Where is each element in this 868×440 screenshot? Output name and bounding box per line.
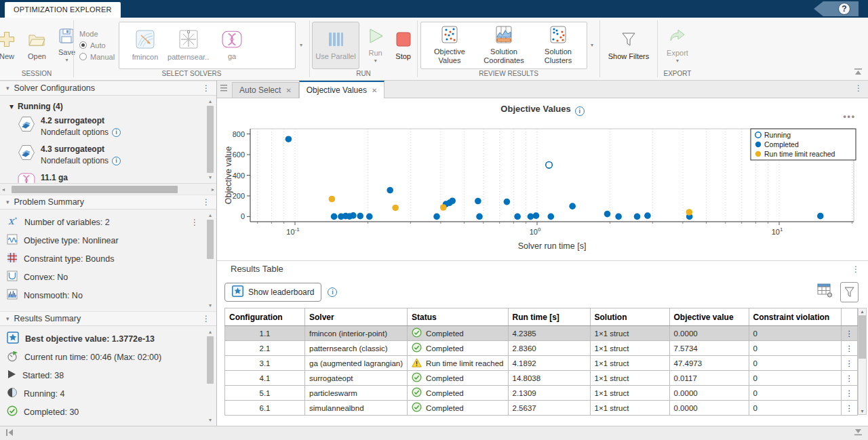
svg-text:10-1: 10-1 xyxy=(286,226,300,236)
run-dropdown-arrow[interactable]: ▾ xyxy=(374,59,377,63)
problem-summary-item[interactable]: Nonsmooth: No xyxy=(0,286,216,304)
problem-summary-header[interactable]: ▾ Problem Summary ⋮ xyxy=(0,195,216,209)
problem-summary-item[interactable]: Convex: No xyxy=(0,268,216,286)
run-button[interactable]: Run ▾ xyxy=(363,25,388,65)
show-leaderboard-button[interactable]: Show leaderboard xyxy=(224,283,321,302)
table-vscrollbar[interactable]: ▴▾ xyxy=(858,308,867,415)
export-label: EXPORT xyxy=(658,70,697,80)
item-menu-icon[interactable]: ⋮ xyxy=(191,219,199,226)
solution-coordinates-button[interactable]: SolutionCoordinates xyxy=(477,26,531,65)
table-row[interactable]: 3.1ga (augmented lagrangian) Run time li… xyxy=(225,356,858,371)
doc-tab-auto-select[interactable]: Auto Select✕ xyxy=(232,82,299,98)
leaderboard-star-icon xyxy=(232,285,243,299)
results-summary-menu-icon[interactable]: ⋮ xyxy=(202,315,210,322)
solver-config-item[interactable]: 4.3 surrogateopt Nondefault options i xyxy=(9,142,216,170)
solver-config-hscrollbar[interactable]: ◂▸ xyxy=(0,183,216,195)
table-row[interactable]: 5.1particleswarm Completed 2.13091×1 str… xyxy=(225,386,858,401)
results-table-header[interactable]: Results Table ⋮ xyxy=(217,260,868,277)
options-info-icon[interactable]: i xyxy=(112,128,121,137)
results-summary-header[interactable]: ▾ Results Summary ⋮ xyxy=(0,311,216,326)
app-tab-optimization-explorer[interactable]: OPTIMIZATION EXPLORER xyxy=(5,2,121,18)
table-row[interactable]: 2.1patternsearch (classic) Completed 2.8… xyxy=(225,341,858,356)
chart-svg[interactable]: 020040060080010-1100101Solver run time [… xyxy=(223,106,867,260)
problem-summary-vscrollbar[interactable]: ▴▾ xyxy=(205,212,215,308)
problem-summary-menu-icon[interactable]: ⋮ xyxy=(202,199,210,205)
tab-list-icon[interactable] xyxy=(220,84,231,94)
results-table-menu-icon[interactable]: ⋮ xyxy=(852,266,860,273)
solver-configurations-header[interactable]: ▾ Solver Configurations ⋮ xyxy=(0,81,216,96)
export-dropdown-arrow[interactable]: ▾ xyxy=(676,59,679,63)
problem-summary-item[interactable]: Constraint type: Bounds xyxy=(0,249,216,268)
mode-manual-radio[interactable]: Manual xyxy=(79,53,115,61)
collapse-caret-icon[interactable]: ▾ xyxy=(9,102,14,111)
document-tabbar: Auto Select✕Objective Values✕ ⋮ xyxy=(217,81,868,98)
collapse-caret-icon[interactable]: ▾ xyxy=(6,85,9,92)
help-icon: ? xyxy=(838,3,850,15)
table-filter-button[interactable] xyxy=(840,282,859,302)
column-header-objective-value[interactable]: Objective value xyxy=(669,308,749,326)
column-header-status[interactable]: Status xyxy=(408,308,508,326)
objective-values-button[interactable]: ObjectiveValues xyxy=(422,26,477,65)
table-row[interactable]: 1.1fmincon (interior-point) Completed 4.… xyxy=(225,326,858,341)
svg-text:Running: Running xyxy=(764,131,791,139)
solver-patternsear[interactable]: patternsear... xyxy=(167,30,210,61)
collapse-ribbon-button[interactable] xyxy=(854,68,863,77)
table-row[interactable]: 6.1simulannealbnd Completed 2.56371×1 st… xyxy=(225,401,858,416)
column-header-configuration[interactable]: Configuration xyxy=(225,308,305,326)
started-icon xyxy=(7,369,16,381)
close-tab-icon[interactable]: ✕ xyxy=(285,87,291,94)
column-header-solution[interactable]: Solution xyxy=(590,308,669,326)
solver-ga[interactable]: ga xyxy=(210,31,254,60)
column-header-constraint-violation[interactable]: Constraint violation xyxy=(749,308,841,326)
completed-status-icon xyxy=(412,342,422,354)
row-menu-icon[interactable]: ⋮ xyxy=(841,386,858,401)
solver-config-item[interactable]: 4.2 surrogateopt Nondefault options i xyxy=(9,113,216,142)
column-header-run-time-s-[interactable]: Run time [s] xyxy=(508,308,590,326)
collapse-sidebar-icon[interactable] xyxy=(5,428,14,439)
row-menu-icon[interactable]: ⋮ xyxy=(841,371,858,386)
tabbar-menu-icon[interactable]: ⋮ xyxy=(854,85,863,92)
show-filters-button[interactable]: Show Filters xyxy=(605,28,653,62)
solver-config-vscrollbar[interactable]: ▴▾ xyxy=(205,98,215,180)
svg-text:600: 600 xyxy=(233,151,245,159)
table-row[interactable]: 4.1surrogateopt Completed 14.80381×1 str… xyxy=(225,371,858,386)
section-select-solvers: Mode Auto Manual fminconpatternsear...ga… xyxy=(74,18,309,80)
doc-tab-objective-values[interactable]: Objective Values✕ xyxy=(299,81,385,98)
solver-gallery-dropdown[interactable]: ▾ xyxy=(296,22,307,69)
leaderboard-info-icon[interactable]: i xyxy=(328,287,337,297)
row-menu-icon[interactable]: ⋮ xyxy=(841,401,858,416)
column-header-solver[interactable]: Solver xyxy=(305,308,408,326)
row-menu-icon[interactable]: ⋮ xyxy=(841,341,858,356)
table-columns-settings-icon[interactable] xyxy=(817,283,833,300)
collapse-caret-icon[interactable]: ▾ xyxy=(6,199,9,205)
solver-fmincon[interactable]: fmincon xyxy=(123,30,167,61)
row-menu-icon[interactable]: ⋮ xyxy=(841,356,858,371)
collapse-caret-icon[interactable]: ▾ xyxy=(6,315,9,322)
stop-button[interactable]: Stop xyxy=(392,28,415,62)
new-button[interactable]: New xyxy=(0,28,19,62)
save-dropdown-arrow[interactable]: ▾ xyxy=(65,58,68,62)
mode-auto-radio[interactable]: Auto xyxy=(79,41,115,49)
use-parallel-toggle[interactable]: Use Parallel xyxy=(312,22,359,69)
running-group[interactable]: ▾Running (4) xyxy=(9,100,216,113)
run-time-icon xyxy=(7,351,18,364)
row-menu-icon[interactable]: ⋮ xyxy=(841,326,858,341)
export-button[interactable]: Export ▾ xyxy=(663,25,692,65)
open-button[interactable]: Open xyxy=(24,28,50,62)
problem-summary-item[interactable]: xNumber of variables: 2⋮ xyxy=(0,213,216,231)
solution-clusters-button[interactable]: SolutionClusters xyxy=(531,26,585,65)
close-tab-icon[interactable]: ✕ xyxy=(372,87,377,94)
open-folder-icon xyxy=(28,31,45,50)
review-gallery-dropdown[interactable]: ▾ xyxy=(587,22,597,69)
collapse-bottom-panel-icon[interactable] xyxy=(854,428,863,438)
results-table[interactable]: ConfigurationSolverStatusRun time [s]Sol… xyxy=(224,308,858,416)
svg-text:Solver run time [s]: Solver run time [s] xyxy=(518,241,587,251)
problem-summary-item[interactable]: Objective type: Nonlinear xyxy=(0,231,216,249)
options-info-icon[interactable]: i xyxy=(112,157,121,165)
results-summary-vscrollbar[interactable]: ▴▾ xyxy=(205,329,215,423)
bottom-statusbar xyxy=(0,426,868,440)
solver-configurations-menu-icon[interactable]: ⋮ xyxy=(202,85,210,92)
objective-values-chart-panel: Objective Valuesi ••• 020040060080010-11… xyxy=(217,98,868,260)
help-button[interactable]: ? xyxy=(814,1,859,16)
solver-config-item[interactable]: 11.1 ga xyxy=(9,170,216,183)
